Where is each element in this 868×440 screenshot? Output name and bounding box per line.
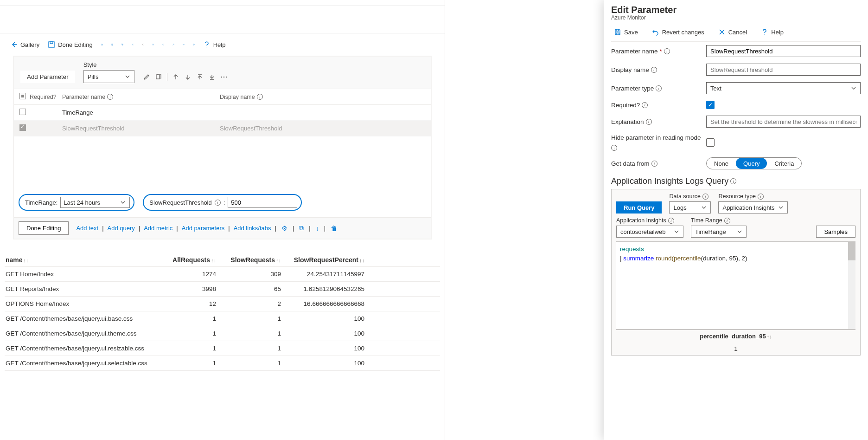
- results-row[interactable]: OPTIONS Home/Index12216.666666666666668: [5, 297, 440, 311]
- help-button[interactable]: Help: [200, 39, 229, 50]
- info-icon[interactable]: i: [668, 218, 674, 224]
- col-name[interactable]: name: [6, 256, 23, 264]
- timerange-select[interactable]: Last 24 hours: [60, 197, 130, 208]
- query-editor[interactable]: requests | summarize round(percentile(du…: [616, 241, 855, 330]
- separator: [167, 73, 167, 81]
- select-all-checkbox[interactable]: [19, 93, 26, 99]
- gallery-button[interactable]: Gallery: [7, 39, 42, 50]
- info-icon[interactable]: i: [642, 102, 648, 108]
- move-step-icon[interactable]: ↓: [314, 225, 320, 232]
- samples-button[interactable]: Samples: [816, 226, 855, 238]
- delete-step-icon[interactable]: 🗑: [329, 225, 338, 232]
- info-icon[interactable]: i: [730, 178, 736, 184]
- cell-pct: 100: [292, 360, 376, 367]
- add-query-link[interactable]: Add query: [108, 225, 135, 232]
- refresh-icon[interactable]: [149, 41, 157, 48]
- edit-icon[interactable]: [143, 73, 150, 81]
- param-name-input[interactable]: [706, 45, 861, 57]
- info-icon[interactable]: i: [651, 67, 657, 73]
- more-icon[interactable]: [220, 73, 228, 81]
- result-header: percentile_duration_95: [700, 333, 766, 340]
- save-icon: [614, 28, 621, 36]
- hdr-display-name[interactable]: Display name i: [220, 94, 263, 100]
- revert-button[interactable]: Revert changes: [649, 26, 707, 38]
- row-checkbox[interactable]: [19, 109, 26, 115]
- threshold-input[interactable]: [228, 197, 297, 208]
- cell-all: 1: [162, 315, 227, 322]
- copy-icon[interactable]: [119, 41, 126, 48]
- seg-criteria[interactable]: Criteria: [767, 158, 801, 169]
- cell-pct: 100: [292, 315, 376, 322]
- cancel-button[interactable]: Cancel: [715, 26, 750, 38]
- add-parameter-button[interactable]: Add Parameter: [20, 71, 75, 83]
- info-icon[interactable]: i: [724, 218, 730, 224]
- add-metric-link[interactable]: Add metric: [144, 225, 172, 232]
- save-button[interactable]: Save: [611, 26, 641, 38]
- code-icon[interactable]: [180, 41, 187, 48]
- info-icon[interactable]: i: [656, 85, 662, 91]
- results-row[interactable]: GET /Content/themes/base/jquery.ui.base.…: [5, 311, 440, 326]
- results-row[interactable]: GET /Content/themes/base/jquery.ui.resiz…: [5, 341, 440, 356]
- panel-help-button[interactable]: Help: [758, 26, 786, 38]
- add-parameters-link[interactable]: Add parameters: [182, 225, 225, 232]
- panel-toolbar: Save Revert changes Cancel Help: [611, 21, 861, 42]
- add-text-link[interactable]: Add text: [76, 225, 98, 232]
- settings-icon[interactable]: [129, 41, 136, 48]
- results-row[interactable]: GET Home/Index127430924.25431711145997: [5, 267, 440, 282]
- explanation-input[interactable]: [706, 116, 861, 128]
- results-row[interactable]: GET /Content/themes/base/jquery.ui.selec…: [5, 356, 440, 371]
- move-top-icon[interactable]: [196, 73, 204, 81]
- scrollbar[interactable]: [848, 242, 855, 329]
- cell-name: GET /Content/themes/base/jquery.ui.theme…: [5, 330, 162, 337]
- add-links-link[interactable]: Add links/tabs: [234, 225, 271, 232]
- param-row[interactable]: TimeRange: [14, 105, 431, 121]
- info-icon[interactable]: i: [646, 119, 652, 125]
- info-icon[interactable]: i: [651, 161, 657, 167]
- required-checkbox[interactable]: ✓: [706, 101, 715, 109]
- param-row-selected[interactable]: SlowRequestThreshold SlowRequestThreshol…: [14, 121, 431, 136]
- arrow-up-icon[interactable]: [172, 73, 179, 81]
- close-x-icon[interactable]: [139, 41, 147, 48]
- duplicate-icon[interactable]: [155, 73, 162, 81]
- style-select[interactable]: Pills: [83, 70, 134, 83]
- run-query-button[interactable]: Run Query: [616, 201, 662, 214]
- time-range-select[interactable]: TimeRange: [691, 226, 747, 238]
- step-settings-icon[interactable]: ⚙: [280, 225, 289, 232]
- done-editing-step-button[interactable]: Done Editing: [19, 221, 69, 235]
- info-icon[interactable]: i: [702, 194, 708, 200]
- save-icon[interactable]: [108, 41, 116, 48]
- row-checkbox-checked[interactable]: [19, 124, 26, 131]
- seg-query[interactable]: Query: [736, 158, 767, 169]
- results-row[interactable]: GET Reports/Index3998651.625812906453226…: [5, 282, 440, 297]
- done-editing-button[interactable]: Done Editing: [45, 39, 95, 50]
- clone-step-icon[interactable]: ⧉: [298, 224, 305, 232]
- results-row[interactable]: GET /Content/themes/base/jquery.ui.theme…: [5, 326, 440, 341]
- info-icon[interactable]: i: [611, 145, 617, 151]
- col-pct[interactable]: SlowRequestPercent: [294, 256, 358, 264]
- col-slow[interactable]: SlowRequests: [230, 256, 275, 264]
- autorefresh-icon[interactable]: [160, 41, 167, 48]
- param-type-select[interactable]: Text: [706, 82, 861, 94]
- data-source-select[interactable]: Logs: [669, 201, 711, 214]
- app-insights-select[interactable]: contosoretailweb: [616, 226, 683, 238]
- colon: :: [223, 199, 225, 206]
- info-icon[interactable]: i: [215, 200, 221, 206]
- move-bottom-icon[interactable]: [208, 73, 216, 81]
- hide-checkbox[interactable]: [706, 138, 715, 147]
- hdr-param-name[interactable]: Parameter name i: [62, 94, 220, 100]
- display-name-input[interactable]: [706, 64, 861, 76]
- resource-type-select[interactable]: Application Insights: [718, 201, 788, 214]
- chevron-down-icon: [124, 73, 131, 80]
- style-label: Style: [83, 61, 134, 68]
- seg-none[interactable]: None: [707, 158, 736, 169]
- cell-name: GET /Content/themes/base/jquery.ui.base.…: [5, 315, 162, 322]
- info-icon[interactable]: i: [664, 48, 670, 54]
- close-icon: [718, 28, 726, 36]
- feedback-icon[interactable]: [190, 41, 198, 48]
- info-icon[interactable]: i: [758, 194, 764, 200]
- open-icon[interactable]: [98, 41, 106, 48]
- cell-all: 1274: [162, 271, 227, 278]
- arrow-down-icon[interactable]: [184, 73, 191, 81]
- pin-icon[interactable]: [170, 41, 177, 48]
- col-all[interactable]: AllRequests: [172, 256, 210, 264]
